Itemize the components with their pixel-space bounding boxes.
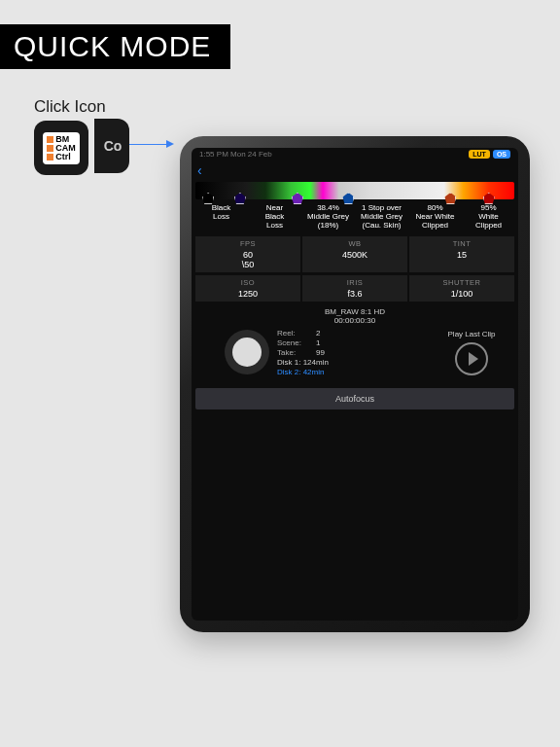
param-header: WB [302, 239, 407, 248]
param-header: IRIS [302, 278, 407, 287]
clip-section: BM_RAW 8:1 HD 00:00:00:30 Reel:2 Scene:1… [195, 307, 514, 376]
click-icon-label: Click Icon [34, 97, 106, 117]
legend-item: NearBlackLoss [249, 203, 300, 231]
legend-item: 1 Stop overMiddle Grey(Cau. Skin) [356, 203, 407, 231]
page-title: QUICK MODE [0, 24, 230, 69]
camera-params-row-1: FPS60\50WB4500KTINT15 [192, 236, 518, 272]
param-header: ISO [195, 278, 300, 287]
lut-badge[interactable]: LUT [469, 150, 490, 159]
param-header: SHUTTER [409, 278, 514, 287]
autofocus-button[interactable]: Autofocus [195, 388, 514, 409]
param-cell[interactable]: ISO1250 [195, 275, 300, 302]
timecode: 00:00:00:30 [195, 316, 514, 325]
param-value: 4500K [302, 250, 407, 260]
back-button[interactable]: ‹ [197, 162, 202, 178]
param-header: FPS [195, 239, 300, 248]
param-value: 1/100 [409, 289, 514, 299]
param-cell[interactable]: FPS60\50 [195, 236, 300, 272]
param-value: 60 [195, 250, 300, 260]
legend-item: BlackLoss [195, 203, 247, 231]
os-badge[interactable]: OS [493, 150, 510, 159]
record-button[interactable] [225, 330, 269, 374]
clip-metadata: Reel:2 Scene:1 Take:99 Disk 1: 124min Di… [277, 329, 421, 376]
status-bar: 1:55 PM Mon 24 Feb LUT OS [192, 148, 518, 160]
disk1-remaining: Disk 1: 124min [277, 358, 329, 367]
app-icon-text: BM CAM Ctrl [43, 132, 80, 164]
false-color-legend: BlackLossNearBlackLoss38.4%Middle Grey(1… [192, 199, 518, 236]
play-last-clip-label: Play Last Clip [429, 330, 514, 338]
dock-peek-icon[interactable]: Co [94, 119, 129, 173]
arrow-icon [129, 144, 168, 145]
spectrum-marker[interactable] [483, 193, 495, 204]
disk2-remaining: Disk 2: 42min [277, 368, 324, 376]
status-time: 1:55 PM Mon 24 Feb [199, 150, 272, 159]
legend-item: 95%WhiteClipped [463, 203, 514, 231]
codec-label: BM_RAW 8:1 HD [195, 307, 514, 316]
spectrum-marker[interactable] [202, 193, 214, 204]
play-icon [469, 352, 478, 366]
param-value: 1250 [195, 289, 300, 299]
legend-item: 38.4%Middle Grey(18%) [302, 203, 354, 231]
app-icon[interactable]: BM CAM Ctrl [34, 121, 88, 175]
param-value: f3.6 [302, 289, 407, 299]
camera-params-row-2: ISO1250IRISf3.6SHUTTER1/100 [192, 275, 518, 302]
param-header: TINT [409, 239, 514, 248]
param-cell[interactable]: IRISf3.6 [302, 275, 407, 302]
app-screen: 1:55 PM Mon 24 Feb LUT OS ‹ BlackLossNea… [192, 148, 518, 621]
spectrum-marker[interactable] [292, 193, 303, 204]
false-color-spectrum [195, 182, 514, 199]
param-cell[interactable]: SHUTTER1/100 [409, 275, 514, 302]
spectrum-marker[interactable] [234, 193, 246, 204]
legend-item: 80%Near WhiteClipped [409, 203, 461, 231]
param-cell[interactable]: TINT15 [409, 236, 514, 272]
spectrum-marker[interactable] [342, 193, 354, 204]
play-button[interactable] [455, 342, 488, 375]
spectrum-marker[interactable] [444, 193, 456, 204]
tablet-frame: 1:55 PM Mon 24 Feb LUT OS ‹ BlackLossNea… [180, 136, 530, 632]
param-value: 15 [409, 250, 514, 260]
record-dot-icon [232, 338, 262, 367]
param-cell[interactable]: WB4500K [302, 236, 407, 272]
